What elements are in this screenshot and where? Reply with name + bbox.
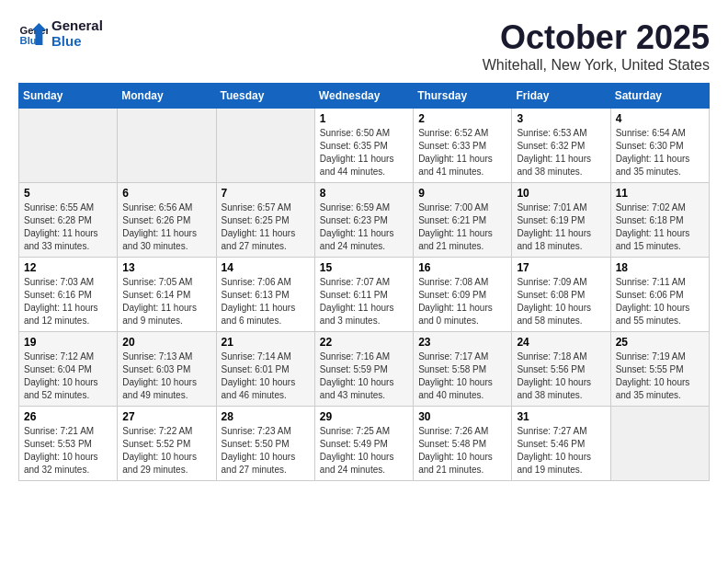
day-info: Sunrise: 7:05 AM Sunset: 6:14 PM Dayligh… [122,276,210,327]
calendar-cell: 4Sunrise: 6:54 AM Sunset: 6:30 PM Daylig… [610,109,709,183]
calendar-table: SundayMondayTuesdayWednesdayThursdayFrid… [18,83,710,481]
day-info: Sunrise: 7:08 AM Sunset: 6:09 PM Dayligh… [418,276,506,327]
calendar-cell: 5Sunrise: 6:55 AM Sunset: 6:28 PM Daylig… [19,183,118,258]
day-number: 15 [320,261,408,274]
calendar-cell: 19Sunrise: 7:12 AM Sunset: 6:04 PM Dayli… [19,332,118,407]
day-info: Sunrise: 7:21 AM Sunset: 5:53 PM Dayligh… [24,425,112,477]
day-info: Sunrise: 7:16 AM Sunset: 5:59 PM Dayligh… [320,350,408,402]
day-info: Sunrise: 7:00 AM Sunset: 6:21 PM Dayligh… [418,201,506,253]
calendar-cell: 18Sunrise: 7:11 AM Sunset: 6:06 PM Dayli… [610,258,709,332]
day-number: 18 [616,261,704,274]
weekday-header: Wednesday [314,84,413,109]
day-info: Sunrise: 6:57 AM Sunset: 6:25 PM Dayligh… [222,201,310,253]
day-info: Sunrise: 7:06 AM Sunset: 6:13 PM Dayligh… [222,276,310,327]
weekday-header-row: SundayMondayTuesdayWednesdayThursdayFrid… [19,84,710,109]
day-info: Sunrise: 7:13 AM Sunset: 6:03 PM Dayligh… [122,350,210,402]
weekday-header: Sunday [19,84,118,109]
calendar-cell: 27Sunrise: 7:22 AM Sunset: 5:52 PM Dayli… [118,407,216,481]
calendar-cell: 17Sunrise: 7:09 AM Sunset: 6:08 PM Dayli… [512,258,610,332]
day-info: Sunrise: 7:27 AM Sunset: 5:46 PM Dayligh… [517,425,605,477]
day-number: 27 [122,410,210,423]
day-number: 30 [418,410,506,423]
day-info: Sunrise: 7:11 AM Sunset: 6:06 PM Dayligh… [616,276,704,327]
day-number: 12 [24,261,112,274]
day-number: 16 [418,261,506,274]
day-number: 22 [320,336,408,349]
calendar-cell: 1Sunrise: 6:50 AM Sunset: 6:35 PM Daylig… [314,109,413,183]
day-number: 17 [517,261,605,274]
day-number: 19 [24,336,112,349]
day-info: Sunrise: 7:12 AM Sunset: 6:04 PM Dayligh… [24,350,112,402]
calendar-cell: 28Sunrise: 7:23 AM Sunset: 5:50 PM Dayli… [216,407,314,481]
month-title: October 2025 [483,18,710,57]
calendar-cell [118,109,216,183]
calendar-cell: 23Sunrise: 7:17 AM Sunset: 5:58 PM Dayli… [414,332,512,407]
day-number: 23 [418,336,506,349]
day-info: Sunrise: 7:14 AM Sunset: 6:01 PM Dayligh… [222,350,310,402]
day-info: Sunrise: 7:07 AM Sunset: 6:11 PM Dayligh… [320,276,408,327]
title-section: October 2025 Whitehall, New York, United… [483,18,710,74]
day-number: 29 [320,410,408,423]
day-info: Sunrise: 6:55 AM Sunset: 6:28 PM Dayligh… [24,201,112,253]
calendar-cell: 24Sunrise: 7:18 AM Sunset: 5:56 PM Dayli… [512,332,610,407]
calendar-cell [19,109,118,183]
calendar-cell: 7Sunrise: 6:57 AM Sunset: 6:25 PM Daylig… [216,183,314,258]
day-info: Sunrise: 7:22 AM Sunset: 5:52 PM Dayligh… [122,425,210,477]
day-info: Sunrise: 7:17 AM Sunset: 5:58 PM Dayligh… [418,350,506,402]
location-title: Whitehall, New York, United States [483,57,710,74]
day-info: Sunrise: 7:23 AM Sunset: 5:50 PM Dayligh… [222,425,310,477]
day-number: 6 [122,187,210,200]
day-number: 4 [616,112,704,125]
calendar-cell: 30Sunrise: 7:26 AM Sunset: 5:48 PM Dayli… [414,407,512,481]
calendar-week-row: 12Sunrise: 7:03 AM Sunset: 6:16 PM Dayli… [19,258,710,332]
day-info: Sunrise: 7:02 AM Sunset: 6:18 PM Dayligh… [616,201,704,253]
calendar-cell: 22Sunrise: 7:16 AM Sunset: 5:59 PM Dayli… [314,332,413,407]
calendar-week-row: 26Sunrise: 7:21 AM Sunset: 5:53 PM Dayli… [19,407,710,481]
page-header: General Blue General Blue October 2025 W… [18,18,710,74]
calendar-cell: 26Sunrise: 7:21 AM Sunset: 5:53 PM Dayli… [19,407,118,481]
day-info: Sunrise: 7:19 AM Sunset: 5:55 PM Dayligh… [616,350,704,402]
weekday-header: Thursday [414,84,512,109]
calendar-cell: 2Sunrise: 6:52 AM Sunset: 6:33 PM Daylig… [414,109,512,183]
day-info: Sunrise: 6:59 AM Sunset: 6:23 PM Dayligh… [320,201,408,253]
logo-icon: General Blue [18,19,48,49]
day-number: 1 [320,112,408,125]
calendar-cell: 12Sunrise: 7:03 AM Sunset: 6:16 PM Dayli… [19,258,118,332]
calendar-cell: 14Sunrise: 7:06 AM Sunset: 6:13 PM Dayli… [216,258,314,332]
day-info: Sunrise: 7:18 AM Sunset: 5:56 PM Dayligh… [517,350,605,402]
day-info: Sunrise: 7:09 AM Sunset: 6:08 PM Dayligh… [517,276,605,327]
day-number: 11 [616,187,704,200]
day-number: 10 [517,187,605,200]
day-info: Sunrise: 7:26 AM Sunset: 5:48 PM Dayligh… [418,425,506,477]
calendar-cell: 25Sunrise: 7:19 AM Sunset: 5:55 PM Dayli… [610,332,709,407]
calendar-cell [610,407,709,481]
day-number: 13 [122,261,210,274]
day-number: 28 [222,410,310,423]
calendar-cell: 11Sunrise: 7:02 AM Sunset: 6:18 PM Dayli… [610,183,709,258]
calendar-cell: 8Sunrise: 6:59 AM Sunset: 6:23 PM Daylig… [314,183,413,258]
day-number: 31 [517,410,605,423]
day-info: Sunrise: 7:25 AM Sunset: 5:49 PM Dayligh… [320,425,408,477]
day-number: 14 [222,261,310,274]
day-number: 8 [320,187,408,200]
day-number: 5 [24,187,112,200]
day-number: 25 [616,336,704,349]
day-info: Sunrise: 6:50 AM Sunset: 6:35 PM Dayligh… [320,127,408,178]
calendar-cell: 9Sunrise: 7:00 AM Sunset: 6:21 PM Daylig… [414,183,512,258]
day-info: Sunrise: 6:52 AM Sunset: 6:33 PM Dayligh… [418,127,506,178]
weekday-header: Saturday [610,84,709,109]
calendar-cell: 31Sunrise: 7:27 AM Sunset: 5:46 PM Dayli… [512,407,610,481]
weekday-header: Friday [512,84,610,109]
day-info: Sunrise: 7:03 AM Sunset: 6:16 PM Dayligh… [24,276,112,327]
calendar-cell: 3Sunrise: 6:53 AM Sunset: 6:32 PM Daylig… [512,109,610,183]
calendar-week-row: 19Sunrise: 7:12 AM Sunset: 6:04 PM Dayli… [19,332,710,407]
day-info: Sunrise: 6:56 AM Sunset: 6:26 PM Dayligh… [122,201,210,253]
calendar-cell: 20Sunrise: 7:13 AM Sunset: 6:03 PM Dayli… [118,332,216,407]
day-number: 9 [418,187,506,200]
calendar-week-row: 1Sunrise: 6:50 AM Sunset: 6:35 PM Daylig… [19,109,710,183]
calendar-cell: 16Sunrise: 7:08 AM Sunset: 6:09 PM Dayli… [414,258,512,332]
calendar-week-row: 5Sunrise: 6:55 AM Sunset: 6:28 PM Daylig… [19,183,710,258]
day-number: 24 [517,336,605,349]
calendar-cell: 29Sunrise: 7:25 AM Sunset: 5:49 PM Dayli… [314,407,413,481]
weekday-header: Monday [118,84,216,109]
